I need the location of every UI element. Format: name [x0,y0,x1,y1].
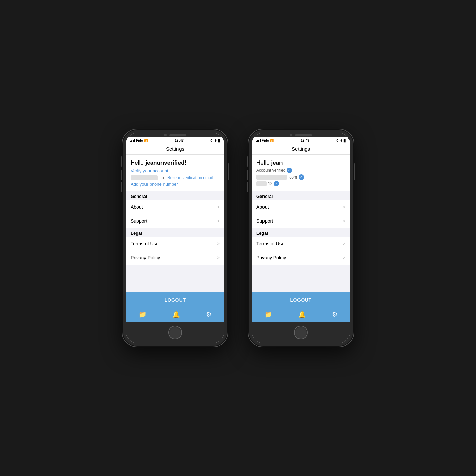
resend-verification-link[interactable]: Resend verification email [167,175,213,180]
support-chevron: > [217,218,220,224]
status-right: ☾ ✱ ▊ [336,139,346,142]
status-bar: Fido 📶 12:47 ☾ ✱ ▊ [126,137,224,144]
home-button-area [252,322,350,343]
camera-dot [164,134,167,136]
about-item[interactable]: About > [252,200,350,214]
tab-files-icon[interactable]: 📁 [139,311,146,318]
email-row: .co Resend verification email [131,175,220,180]
bluetooth-icon: ✱ [214,139,217,142]
legal-section-header: Legal [126,228,224,237]
status-bar: Fido 📶 12:49 ☾ ✱ ▊ [252,137,350,144]
terms-item[interactable]: Terms of Use > [126,237,224,251]
home-button[interactable] [168,326,182,339]
email-domain: .co [160,175,165,180]
legal-list: Terms of Use > Privacy Policy > [252,237,350,265]
phone-placeholder [256,181,267,186]
about-label: About [131,204,143,210]
privacy-item[interactable]: Privacy Policy > [126,251,224,265]
camera-dot [290,134,292,136]
general-section-header: General [126,191,224,200]
email-checkmark: ✓ [299,174,304,180]
time-label: 12:49 [301,139,309,142]
battery-icon: ▊ [344,139,346,142]
support-label: Support [256,218,273,224]
home-button-area [126,322,224,343]
verified-row: Account verified ✓ [256,168,345,173]
moon-icon: ☾ [336,139,339,142]
privacy-label: Privacy Policy [256,255,286,260]
wifi-icon: 📶 [144,139,148,142]
email-verified-row: .com ✓ [256,174,345,180]
screen-content: Hello jeanunverified! Verify your accoun… [126,155,224,322]
privacy-item[interactable]: Privacy Policy > [252,251,350,265]
email-domain: .com [288,175,297,180]
spacer [126,265,224,289]
terms-label: Terms of Use [131,241,158,247]
support-item[interactable]: Support > [252,214,350,228]
phone-verified: Fido 📶 12:49 ☾ ✱ ▊ Settings Hello jean [248,129,354,347]
signal-bars [256,139,261,142]
terms-chevron: > [343,241,345,247]
username: jean [271,159,283,166]
support-label: Support [131,218,147,224]
terms-item[interactable]: Terms of Use > [252,237,350,251]
legal-section-header: Legal [252,228,350,237]
greeting-text: Hello jeanunverified! [131,159,220,166]
add-phone-link[interactable]: Add your phone number [131,182,220,187]
phone-verified-row: 12 ✓ [256,181,345,186]
email-placeholder [131,175,158,180]
spacer [252,265,350,289]
support-chevron: > [343,218,345,224]
bluetooth-icon: ✱ [340,139,343,142]
tab-bar: 📁 🔔 ⚙ [252,307,350,322]
phone-unverified: Fido 📶 12:47 ☾ ✱ ▊ Settings Hello jeanun… [122,129,228,347]
privacy-chevron: > [217,255,220,260]
tab-settings-icon[interactable]: ⚙ [206,311,211,318]
about-label: About [256,204,269,210]
content-scroll: Hello jeanunverified! Verify your accoun… [126,155,224,307]
tab-settings-icon[interactable]: ⚙ [332,311,337,318]
profile-section: Hello jeanunverified! Verify your accoun… [126,155,224,191]
logout-button[interactable]: LOGOUT [252,292,350,307]
speaker-bar [169,134,186,136]
tab-bell-icon[interactable]: 🔔 [298,311,306,318]
nav-bar: Settings [126,144,224,155]
battery-icon: ▊ [218,139,220,142]
about-item[interactable]: About > [126,200,224,214]
tab-bar: 📁 🔔 ⚙ [126,307,224,322]
privacy-chevron: > [343,255,345,260]
terms-chevron: > [217,241,220,247]
greeting-text: Hello jean [256,159,345,166]
legal-list: Terms of Use > Privacy Policy > [126,237,224,265]
verified-checkmark: ✓ [287,168,292,173]
verify-account-link[interactable]: Verify your account [131,168,220,173]
terms-label: Terms of Use [256,241,284,247]
phone-top-decoration [252,133,350,137]
phone-top-decoration [126,133,224,137]
general-list: About > Support > [126,200,224,228]
speaker-bar [295,134,312,136]
support-item[interactable]: Support > [126,214,224,228]
content-scroll: Hello jean Account verified ✓ .com ✓ 12 [252,155,350,307]
signal-bars [130,139,135,142]
phone-checkmark: ✓ [274,181,279,186]
tab-files-icon[interactable]: 📁 [265,311,272,318]
privacy-label: Privacy Policy [131,255,160,260]
time-label: 12:47 [175,139,184,142]
about-chevron: > [343,204,345,210]
general-list: About > Support > [252,200,350,228]
status-left: Fido 📶 [256,139,274,142]
logout-button[interactable]: LOGOUT [126,292,224,307]
screen-content: Hello jean Account verified ✓ .com ✓ 12 [252,155,350,322]
wifi-icon: 📶 [270,139,274,142]
nav-bar: Settings [252,144,350,155]
status-right: ☾ ✱ ▊ [210,139,220,142]
phone-number: 12 [268,181,272,186]
screen-title: Settings [166,146,184,152]
email-placeholder [256,175,287,180]
username: jeanunverified! [145,159,186,166]
account-verified-label: Account verified [256,168,285,173]
status-left: Fido 📶 [130,139,148,142]
home-button[interactable] [294,326,308,339]
tab-bell-icon[interactable]: 🔔 [172,311,180,318]
